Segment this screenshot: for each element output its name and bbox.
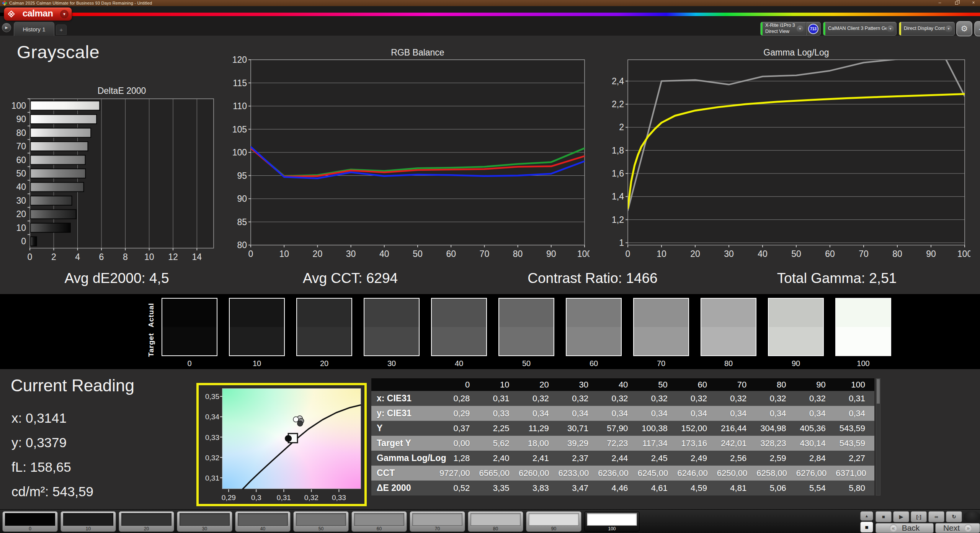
divider	[806, 22, 806, 35]
chevron-down-icon: ▼	[945, 25, 952, 33]
pattern-label: CalMAN Client 3 Pattern Generator	[825, 26, 887, 32]
restore-button[interactable]	[954, 0, 959, 6]
pattern-step-70[interactable]: 70	[410, 511, 465, 532]
table-cell: 2,56	[716, 453, 756, 463]
table-header-cell: 80	[756, 380, 795, 390]
minimize-button[interactable]: –	[937, 0, 942, 6]
svg-text:10: 10	[657, 249, 666, 259]
play-button[interactable]: ▶	[893, 511, 909, 522]
svg-text:10: 10	[144, 252, 154, 262]
table-cell: 0,32	[558, 394, 598, 404]
table-cell: 18,00	[519, 438, 558, 448]
loop-button[interactable]: ∞	[928, 511, 944, 522]
pattern-step-0[interactable]: 0	[2, 511, 58, 532]
table-row: y: CIE310,290,330,340,340,340,340,340,34…	[371, 406, 874, 421]
table-cell: 405,36	[795, 423, 835, 433]
display-label: Direct Display Control	[901, 26, 945, 32]
pattern-step-10[interactable]: 10	[60, 511, 116, 532]
svg-text:90: 90	[926, 249, 936, 259]
pattern-step-30[interactable]: 30	[177, 511, 232, 532]
step-button[interactable]: [-]	[911, 511, 927, 522]
display-control-dropdown[interactable]: Direct Display Control ▼	[899, 22, 955, 36]
svg-text:6: 6	[99, 252, 104, 262]
svg-text:10: 10	[16, 223, 26, 233]
svg-text:1,4: 1,4	[612, 191, 624, 201]
svg-text:80: 80	[892, 249, 902, 259]
stop-button[interactable]: ■	[875, 511, 892, 522]
table-row: ΔE 20000,523,353,833,474,464,614,594,815…	[371, 481, 874, 495]
svg-text:0,35: 0,35	[205, 392, 219, 401]
pattern-step-100[interactable]: 100	[584, 511, 640, 532]
table-header-cell: 20	[519, 380, 558, 390]
table-cell: 2,59	[756, 453, 795, 463]
pattern-generator-dropdown[interactable]: CalMAN Client 3 Pattern Generator ▼	[823, 22, 897, 36]
table-scrollbar[interactable]	[876, 378, 880, 495]
table-cell: 0,31	[835, 394, 874, 404]
chevron-double-left-icon: «	[890, 524, 897, 532]
svg-text:20: 20	[16, 209, 26, 219]
window-titlebar: Calman 2025 Calman Ultimate for Business…	[0, 0, 980, 6]
svg-text:4: 4	[75, 252, 80, 262]
svg-text:60: 60	[825, 249, 835, 259]
settings-button[interactable]: ⚙	[956, 21, 972, 36]
header-band: calman ▼ ▶ History 1 + X-Rite i1Pro 3 Di…	[0, 6, 980, 36]
table-header-cell: 40	[598, 380, 637, 390]
scrollbar-thumb[interactable]	[877, 379, 880, 404]
svg-text:0: 0	[28, 252, 33, 262]
grayscale-swatch-30: 30	[364, 298, 420, 368]
svg-text:80: 80	[513, 249, 523, 259]
table-cell: 5,06	[756, 483, 795, 493]
expand-steps-button[interactable]: ▲	[860, 511, 873, 521]
pattern-step-40[interactable]: 40	[235, 511, 291, 532]
pattern-step-20[interactable]: 20	[119, 511, 174, 532]
table-cell: 100,38	[637, 423, 676, 433]
window-title: Calman 2025 Calman Ultimate for Business…	[9, 1, 152, 5]
table-cell: 2,44	[598, 453, 637, 463]
close-button[interactable]: ×	[971, 0, 976, 6]
pattern-step-90[interactable]: 90	[526, 511, 581, 532]
collapse-panel-button[interactable]: ◀	[974, 21, 980, 36]
table-cell: 0,32	[519, 394, 558, 404]
svg-text:50: 50	[413, 249, 423, 259]
calman-menu-button[interactable]: calman ▼	[4, 7, 72, 21]
back-button[interactable]: « Back	[875, 523, 934, 533]
table-cell: 430,14	[795, 438, 835, 448]
table-cell: 6246,00	[677, 468, 717, 478]
table-cell: 2,27	[835, 453, 874, 463]
rainbow-strip	[0, 13, 980, 16]
table-row-label: y: CIE31	[371, 408, 439, 419]
pattern-window-button[interactable]: ■	[860, 522, 873, 533]
chevron-down-icon: ▼	[60, 10, 69, 18]
reading-x: x: 0,3141	[11, 410, 67, 426]
svg-text:100: 100	[957, 249, 970, 259]
refresh-button[interactable]: ↻	[946, 511, 962, 522]
meter-dropdown[interactable]: X-Rite i1Pro 3 Direct View ▼ 713	[760, 22, 821, 36]
svg-text:2,4: 2,4	[612, 76, 624, 86]
pattern-step-bar: ▲ ■ « Back Next » 0102030405060708090100…	[0, 509, 980, 533]
pattern-step-50[interactable]: 50	[293, 511, 349, 532]
table-cell: 0,33	[479, 409, 518, 419]
back-button-label: Back	[902, 523, 920, 533]
svg-text:Gamma Log/Log: Gamma Log/Log	[763, 49, 829, 57]
svg-text:50: 50	[791, 249, 801, 259]
next-button[interactable]: Next »	[935, 523, 980, 533]
table-cell: 0,37	[439, 423, 479, 433]
pattern-step-80[interactable]: 80	[468, 511, 523, 532]
svg-text:0,34: 0,34	[205, 413, 219, 421]
pattern-step-60[interactable]: 60	[351, 511, 407, 532]
layout-expand-button[interactable]: ▶	[2, 23, 11, 32]
table-cell: 4,81	[716, 483, 756, 493]
svg-text:90: 90	[546, 249, 556, 259]
add-tab-button[interactable]: +	[56, 25, 67, 35]
table-row-label: x: CIE31	[371, 393, 439, 404]
grayscale-swatch-50: 50	[498, 298, 554, 368]
next-button-label: Next	[943, 523, 960, 533]
table-cell: 6565,00	[479, 468, 519, 478]
tab-history-1[interactable]: History 1	[14, 22, 54, 36]
table-cell: 0,32	[795, 394, 835, 404]
table-cell: 543,59	[835, 423, 874, 433]
grayscale-data-table: 0102030405060708090100x: CIE310,280,310,…	[371, 378, 874, 495]
svg-text:1: 1	[619, 238, 624, 248]
stop-indicator-icon	[964, 511, 980, 523]
stat-avg-de2000: Avg dE2000: 4,5	[65, 270, 169, 286]
